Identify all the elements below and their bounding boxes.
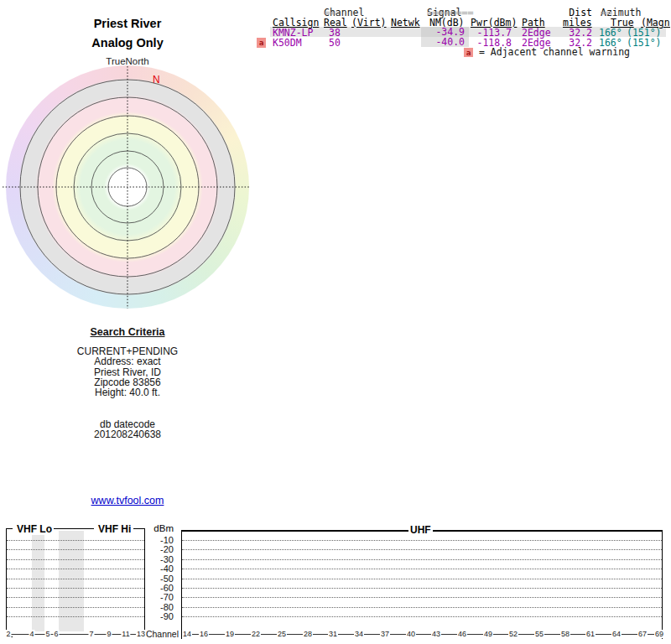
section-label-uhf: UHF — [408, 524, 433, 536]
vhf-channel-tick-label: 7 — [88, 630, 94, 638]
adjacent-channel-warning-icon: a — [464, 48, 473, 57]
uhf-channel-tick-label: 69 — [654, 630, 664, 638]
section-label-vhf-hi: VHF Hi — [96, 523, 133, 535]
tvfool-link[interactable]: www.tvfool.com — [23, 495, 232, 506]
dbm-gridline — [7, 569, 144, 569]
dbm-gridline — [182, 540, 662, 541]
uhf-plot-area — [181, 530, 663, 639]
dbm-gridline — [182, 559, 662, 560]
north-marker: N — [153, 74, 160, 86]
radar-grid-overlay — [0, 50, 260, 315]
dbm-gridline — [7, 616, 144, 617]
page-subtitle: Analog Only — [44, 36, 211, 49]
dbm-gridline — [182, 569, 662, 569]
station-azimuth-magn: (151°) — [627, 38, 662, 48]
dbm-gridline — [182, 597, 662, 598]
uhf-gridlines — [182, 532, 662, 639]
search-criteria-line: Priest River, ID — [23, 367, 232, 377]
dbm-gridline — [7, 559, 144, 560]
station-real-channel: 50 — [329, 38, 341, 48]
station-nm-db: -40.0 — [421, 37, 469, 47]
search-criteria-block: Search Criteria CURRENT+PENDING Address:… — [23, 327, 232, 440]
dbm-gridline — [7, 549, 144, 550]
dbm-gridline — [182, 549, 662, 550]
vhf-channel-tick-label: 2 — [5, 630, 11, 638]
dbm-tick-label: -20 — [126, 544, 174, 554]
dbm-gridline — [7, 579, 144, 579]
uhf-channel-tick-label: 58 — [560, 630, 570, 638]
uhf-channel-tick-label: 19 — [225, 630, 235, 638]
uhf-channel-tick-label: 55 — [534, 630, 544, 638]
uhf-channel-tick-label: 31 — [328, 630, 338, 638]
vhf-channel-tick-label: 9 — [106, 630, 112, 638]
adjacent-channel-warning-icon: a — [257, 38, 266, 48]
uhf-channel-tick-label: 64 — [611, 630, 622, 638]
uhf-channel-tick-label: 43 — [431, 630, 441, 638]
uhf-channel-tick-label: 40 — [406, 630, 416, 638]
uhf-channel-tick-label: 46 — [457, 630, 467, 638]
dbm-gridline — [182, 579, 662, 579]
vhf-channel-tick-label: 4 — [29, 630, 34, 638]
dbm-gridline — [182, 588, 662, 589]
dbm-gridline — [7, 588, 144, 589]
uhf-channel-tick-label: 22 — [251, 630, 261, 638]
dbm-gridline — [182, 616, 662, 617]
uhf-channel-tick-label: 14 — [182, 630, 192, 638]
vhf-plot-area — [6, 528, 145, 637]
vhf-channel-tick-label: 13 — [136, 630, 146, 638]
uhf-channel-tick-label: 25 — [277, 630, 287, 638]
section-label-vhf-lo: VHF Lo — [15, 523, 54, 535]
tvfool-report-page: Priest River Analog Only TrueNorth N ==C… — [0, 0, 671, 644]
dbm-gridline — [182, 607, 662, 608]
page-title: Priest River — [44, 17, 211, 30]
vhf-gridlines — [7, 528, 144, 637]
uhf-channel-tick-label: 61 — [585, 630, 596, 638]
search-criteria-line: Height: 40.0 ft. — [23, 387, 232, 397]
search-criteria-line: Address: exact — [23, 356, 232, 366]
uhf-channel-tick-label: 37 — [380, 630, 390, 638]
db-datecode-value: 201208240638 — [23, 429, 232, 439]
table-legend: a= Adjacent channel warning — [464, 47, 630, 57]
vhf-channel-tick-label: 11 — [121, 630, 130, 638]
station-callsign: K50DM — [273, 38, 302, 48]
dbm-tick-label: -40 — [126, 564, 174, 574]
uhf-channel-tick-label: 67 — [637, 630, 648, 638]
dbm-tick-label: -70 — [126, 592, 174, 602]
uhf-channel-tick-label: 28 — [303, 630, 313, 638]
vhf-channel-tick-label: 5 — [44, 630, 50, 638]
uhf-channel-tick-label: 34 — [354, 630, 364, 638]
search-criteria-title: Search Criteria — [23, 327, 232, 337]
uhf-channel-tick-label: 16 — [199, 630, 209, 638]
dbm-gridline — [7, 607, 144, 608]
legend-text: = Adjacent channel warning — [479, 46, 630, 58]
uhf-channel-tick-label: 52 — [508, 630, 518, 638]
col-header-netwk: Netwk — [391, 18, 420, 28]
vhf-channel-tick-label: 6 — [53, 630, 59, 638]
uhf-channel-tick-label: 49 — [483, 630, 493, 638]
dbm-gridline — [7, 540, 144, 541]
col-header-virt: (Virt) — [351, 18, 387, 28]
dbm-gridline — [7, 597, 144, 598]
dbm-tick-label: -90 — [126, 611, 174, 621]
